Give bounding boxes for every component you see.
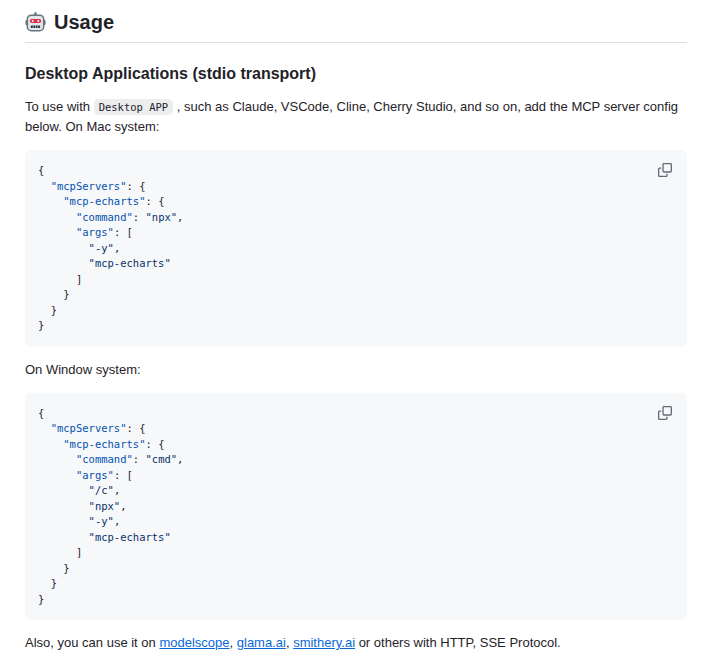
link-smithery-ai[interactable]: smithery.ai [293, 635, 355, 650]
link-modelscope[interactable]: modelscope [159, 635, 229, 650]
readme-usage-section: Usage Desktop Applications (stdio transp… [0, 0, 710, 653]
link-glama-ai[interactable]: glama.ai [237, 635, 286, 650]
footer-separator: , [230, 635, 237, 650]
inline-code-desktop-app: Desktop APP [94, 99, 174, 115]
usage-heading-text: Usage [54, 9, 114, 35]
intro-text-before: To use with [25, 99, 94, 114]
copy-button-mac[interactable] [652, 157, 678, 183]
windows-paragraph: On Window system: [25, 360, 687, 380]
code-windows-json: { "mcpServers": { "mcp-echarts": { "comm… [25, 393, 687, 621]
footer-text-suffix: or others with HTTP, SSE Protocol. [355, 635, 561, 650]
robot-emoji-icon [25, 12, 46, 33]
code-block-mac: { "mcpServers": { "mcp-echarts": { "comm… [25, 150, 687, 347]
intro-paragraph: To use with Desktop APP , such as Claude… [25, 97, 687, 137]
copy-icon [658, 406, 672, 420]
usage-heading: Usage [25, 9, 687, 43]
footer-text-prefix: Also, you can use it on [25, 635, 159, 650]
code-mac-json: { "mcpServers": { "mcp-echarts": { "comm… [25, 150, 687, 347]
code-block-windows: { "mcpServers": { "mcp-echarts": { "comm… [25, 393, 687, 621]
copy-icon [658, 163, 672, 177]
desktop-applications-heading: Desktop Applications (stdio transport) [25, 64, 687, 84]
copy-button-windows[interactable] [652, 400, 678, 426]
footer-paragraph: Also, you can use it on modelscope, glam… [25, 633, 687, 653]
